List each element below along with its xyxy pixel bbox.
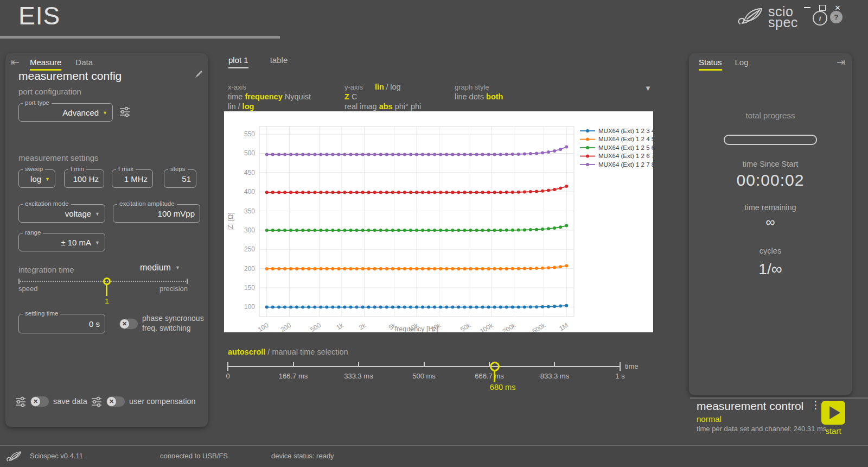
port-type-value: Advanced — [62, 108, 99, 117]
integration-time-slider[interactable]: speed precision 1 — [18, 277, 188, 306]
x-axis-option-time[interactable]: time — [228, 92, 242, 101]
port-settings-sliders-icon[interactable] — [119, 106, 130, 117]
port-type-label: port type — [23, 99, 52, 106]
time-since-start-label: time Since Start — [689, 160, 852, 168]
legend-item-3[interactable]: MUX64 (Ext) 1 2 5 6 — [598, 144, 653, 151]
excitation-mode-value: voltage — [65, 209, 91, 218]
x-tick-label: 200k — [501, 321, 518, 332]
save-data-label: save data — [53, 397, 87, 406]
excitation-amplitude-field[interactable]: excitation amplitude 100 mVpp — [113, 204, 200, 223]
tab-log[interactable]: Log — [735, 58, 749, 71]
phase-sync-toggle[interactable]: ✕ — [119, 319, 138, 329]
time-tick-label: 333.3 ms — [344, 372, 373, 380]
y-axis-title: y-axis — [344, 83, 363, 91]
start-button-label: start — [821, 426, 845, 436]
y-tick-label: 500 — [244, 149, 255, 157]
slider-handle[interactable] — [103, 277, 111, 285]
chevron-down-icon: ▼ — [103, 110, 107, 115]
settling-time-field[interactable]: settling time 0 s — [18, 314, 105, 333]
measurement-control-separator — [690, 397, 868, 399]
collapse-right-panel-icon[interactable]: ⇥ — [837, 56, 845, 68]
steps-value: 51 — [182, 174, 191, 184]
collapse-left-panel-icon[interactable]: ⇤ — [11, 56, 20, 68]
help-icon[interactable]: ? — [830, 11, 843, 23]
integration-time-dropdown[interactable]: medium ▼ — [140, 263, 180, 273]
range-label: range — [23, 229, 43, 236]
graph-config-collapse-icon[interactable]: ▼ — [644, 84, 652, 92]
y-component-option-imag[interactable]: imag — [360, 102, 376, 111]
steps-field[interactable]: steps 51 — [164, 169, 196, 188]
y-tick-label: 250 — [244, 245, 255, 253]
tab-status[interactable]: Status — [699, 58, 722, 71]
sciospec-leaf-icon — [738, 5, 767, 28]
legend-item-4[interactable]: MUX64 (Ext) 1 2 6 7 — [598, 153, 653, 159]
x-tick-label: 2k — [358, 321, 368, 331]
right-panel-tabs: Status Log — [699, 58, 749, 71]
autoscroll-option[interactable]: autoscroll — [228, 348, 265, 356]
x-axis-option-nyquist[interactable]: Nyquist — [285, 92, 311, 101]
tab-measure[interactable]: Measure — [30, 58, 61, 71]
left-panel-tabs: Measure Data — [30, 58, 93, 71]
measurement-control-title: measurement control — [697, 400, 803, 413]
save-data-settings-sliders-icon[interactable] — [15, 396, 26, 407]
measure-panel: ⇤ Measure Data measurement config port c… — [5, 53, 208, 427]
start-button[interactable] — [821, 401, 845, 425]
y-scale-option-log[interactable]: log — [390, 83, 400, 91]
y-scale-option-lin[interactable]: lin — [375, 83, 384, 91]
x-tick-label: 100 — [257, 321, 270, 332]
sciospec-logo-text: scio spec — [768, 6, 798, 28]
minimize-icon — [804, 7, 810, 8]
y-tick-label: 550 — [244, 130, 255, 138]
impedance-chart-svg: 1002005001k2k5k10k20k50k100k200k500k1M10… — [224, 111, 653, 332]
excitation-mode-dropdown[interactable]: excitation mode voltage▼ — [18, 204, 105, 223]
x-axis-option-frequency[interactable]: frequency — [245, 92, 282, 101]
tab-table[interactable]: table — [270, 55, 288, 68]
info-icon[interactable]: i — [813, 11, 827, 26]
y-component-option-phi[interactable]: phi — [411, 102, 421, 111]
y-axis-option-z[interactable]: Z — [344, 92, 349, 101]
x-axis-title: frequency [Hz] — [395, 325, 439, 332]
time-cursor-stem — [494, 370, 495, 382]
edit-pencil-icon[interactable] — [194, 70, 203, 79]
y-component-option-phideg[interactable]: phi° — [395, 102, 409, 111]
y-component-option-abs[interactable]: abs — [379, 102, 393, 111]
f-min-field[interactable]: f min 100 Hz — [64, 169, 104, 188]
time-tick — [358, 362, 359, 367]
tab-plot-1[interactable]: plot 1 — [228, 55, 248, 68]
eis-application-window: EIS scio spec ✕ i ? ⇤ Measure Data measu… — [0, 0, 868, 467]
graph-style-option-dots[interactable]: dots — [469, 92, 484, 101]
graph-style-option-both[interactable]: both — [486, 92, 503, 101]
x-tick-label: 100k — [478, 321, 495, 332]
excitation-amplitude-value: 100 mVpp — [158, 209, 195, 218]
y-axis-option-c[interactable]: C — [352, 92, 357, 101]
slider-precision-label: precision — [159, 285, 188, 293]
sweep-dropdown[interactable]: sweep log▼ — [18, 169, 55, 188]
excitation-mode-label: excitation mode — [23, 200, 71, 207]
toggle-off-icon: ✕ — [107, 397, 116, 406]
graph-style-title: graph style — [455, 83, 503, 91]
user-compensation-toggle[interactable]: ✕ — [106, 396, 125, 407]
y-component-option-real[interactable]: real — [344, 102, 358, 111]
save-data-toggle[interactable]: ✕ — [30, 396, 49, 407]
legend-item-1[interactable]: MUX64 (Ext) 1 2 3 4 — [598, 128, 653, 134]
sciospec-logo: scio spec — [738, 5, 798, 28]
range-dropdown[interactable]: range ± 10 mA▼ — [18, 233, 105, 251]
manual-time-selection-option[interactable]: manual time selection — [272, 348, 348, 356]
time-slider[interactable]: 0166.7 ms333.3 ms500 ms666.7 ms833.3 ms1… — [228, 359, 640, 394]
graph-style-option-line[interactable]: line — [455, 92, 467, 101]
y-axis-config: y-axis lin / log Z C real imag abs phi° … — [344, 83, 421, 111]
chevron-down-icon: ▼ — [45, 176, 50, 181]
f-max-field[interactable]: f max 1 MHz — [112, 169, 153, 188]
time-tick-label: 166.7 ms — [279, 372, 308, 380]
measurement-control-menu-icon[interactable]: ⋮ — [810, 402, 821, 408]
x-scale-option-log[interactable]: log — [242, 102, 254, 111]
legend-item-5[interactable]: MUX64 (Ext) 1 2 7 8 — [598, 161, 653, 168]
user-compensation-settings-sliders-icon[interactable] — [91, 396, 102, 407]
time-since-start-value: 00:00:02 — [689, 171, 852, 190]
tab-data[interactable]: Data — [75, 58, 93, 71]
minimize-button[interactable] — [802, 3, 812, 12]
port-type-dropdown[interactable]: port type Advanced▼ — [18, 103, 113, 122]
x-scale-option-lin[interactable]: lin — [228, 102, 236, 111]
title-underline — [0, 36, 280, 39]
legend-item-2[interactable]: MUX64 (Ext) 1 2 4 5 — [598, 136, 653, 142]
